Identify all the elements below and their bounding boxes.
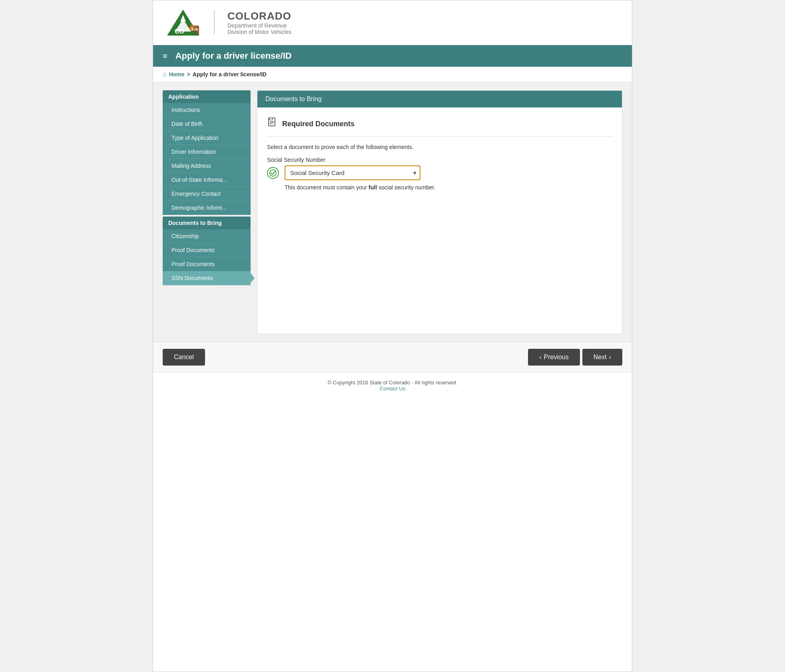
nav-page-title: Apply for a driver license/ID <box>175 51 292 61</box>
sidebar-section2-label: Documents to Bring <box>163 217 251 229</box>
select-instruction: Select a document to prove each of the f… <box>267 144 612 150</box>
content-panel-header: Documents to Bring <box>257 91 622 107</box>
ssn-row: Social Security Card W-2 Form Pay Stub S… <box>267 165 612 180</box>
ssn-document-select[interactable]: Social Security Card W-2 Form Pay Stub S… <box>285 165 420 180</box>
nav-button-group: ‹ Previous Next › <box>528 349 622 366</box>
ssn-field-label: Social Security Number <box>267 157 612 163</box>
sidebar-item-mailing-address[interactable]: Mailing Address <box>163 159 251 173</box>
header-subtitle: Department of Revenue <box>227 22 291 29</box>
next-button[interactable]: Next › <box>582 349 622 366</box>
ssn-note-bold: full <box>369 184 377 191</box>
home-icon: ⌂ <box>163 71 167 78</box>
breadcrumb: ⌂ Home > Apply for a driver license/ID <box>153 67 632 82</box>
sidebar-item-emergency-contact[interactable]: Emergency Contact <box>163 187 251 201</box>
ssn-note-suffix: social security number. <box>377 184 435 191</box>
logo-area: CO CDOR COLORADO Department of Revenue D… <box>165 8 291 38</box>
sidebar-item-instructions[interactable]: Instructions <box>163 103 251 117</box>
copyright-text: © Copyright 2016 State of Colorado - All… <box>160 380 625 386</box>
sidebar-item-demographic[interactable]: Demographic Inform... <box>163 201 251 215</box>
svg-rect-8 <box>191 28 193 31</box>
footer-actions: Cancel ‹ Previous Next › <box>153 342 632 372</box>
sidebar-item-ssn-documents[interactable]: SSN Documents <box>163 271 251 285</box>
sidebar-item-driver-information[interactable]: Driver Information <box>163 145 251 159</box>
header-text: COLORADO Department of Revenue Division … <box>227 10 291 35</box>
sidebar-item-proof-documents-1[interactable]: Proof Documents <box>163 243 251 257</box>
next-label: Next <box>594 354 607 361</box>
breadcrumb-home-link[interactable]: Home <box>169 71 185 78</box>
header-divider <box>214 11 215 35</box>
ssn-check-icon <box>267 167 279 179</box>
required-docs-header: Required Documents <box>267 117 612 137</box>
sidebar-section1-label: Application <box>163 90 251 103</box>
cdor-logo: CO CDOR <box>165 8 201 38</box>
next-icon: › <box>609 354 611 361</box>
breadcrumb-current: Apply for a driver license/ID <box>193 71 267 78</box>
sidebar-item-date-of-birth[interactable]: Date of Birth <box>163 117 251 131</box>
ssn-note-prefix: This document must contain your <box>285 184 369 191</box>
header-title: COLORADO <box>227 10 291 22</box>
sidebar: Application Instructions Date of Birth T… <box>163 90 251 334</box>
site-header: CO CDOR COLORADO Department of Revenue D… <box>153 0 632 45</box>
prev-icon: ‹ <box>539 354 541 361</box>
page-footer: © Copyright 2016 State of Colorado - All… <box>153 372 632 399</box>
sidebar-item-proof-documents-2[interactable]: Proof Documents <box>163 257 251 271</box>
breadcrumb-separator: > <box>187 71 190 78</box>
menu-icon[interactable]: ≡ <box>163 52 167 61</box>
content-panel: Documents to Bring Required Documents <box>257 90 622 334</box>
contact-us-link[interactable]: Contact Us <box>380 386 405 392</box>
ssn-select-wrapper: Social Security Card W-2 Form Pay Stub S… <box>285 165 420 180</box>
svg-text:CO: CO <box>175 28 184 35</box>
content-panel-body: Required Documents Select a document to … <box>257 107 622 200</box>
cancel-button[interactable]: Cancel <box>163 349 205 366</box>
previous-button[interactable]: ‹ Previous <box>528 349 580 366</box>
svg-rect-10 <box>269 118 273 120</box>
prev-label: Previous <box>544 354 569 361</box>
nav-bar: ≡ Apply for a driver license/ID <box>153 45 632 67</box>
required-docs-title: Required Documents <box>282 120 355 128</box>
sidebar-item-type-of-application[interactable]: Type of Application <box>163 131 251 145</box>
header-division: Division of Motor Vehicles <box>227 29 291 35</box>
document-icon <box>267 117 278 131</box>
sidebar-item-citizenship[interactable]: Citizenship <box>163 229 251 243</box>
sidebar-item-out-of-state[interactable]: Out-of-State Informa... <box>163 173 251 187</box>
ssn-note: This document must contain your full soc… <box>285 184 612 191</box>
main-content: Application Instructions Date of Birth T… <box>153 82 632 342</box>
